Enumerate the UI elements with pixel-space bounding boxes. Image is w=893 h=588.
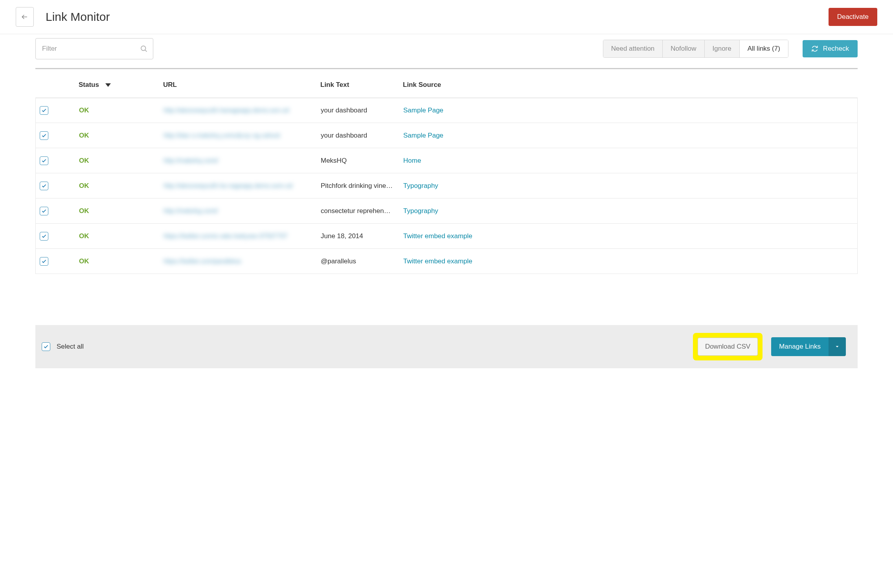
search-icon [140, 45, 148, 53]
link-source-cell[interactable]: Twitter embed example [403, 257, 853, 265]
th-link-text[interactable]: Link Text [320, 81, 403, 89]
tab-nofollow[interactable]: Nofollow [663, 40, 704, 57]
refresh-icon [811, 45, 818, 52]
filter-wrap [35, 38, 153, 59]
manage-links-dropdown[interactable] [829, 337, 846, 356]
url-cell[interactable]: http://aksnowqucdh.hanageapp.demo.son.od [164, 107, 321, 114]
status-cell: OK [79, 132, 164, 140]
recheck-button[interactable]: Recheck [803, 40, 858, 57]
status-cell: OK [79, 157, 164, 165]
download-csv-button[interactable]: Download CSV [698, 338, 758, 356]
table-row: OKhttp://aksnowqucdh.hanageapp.demo.son.… [35, 98, 858, 123]
row-checkbox[interactable] [40, 106, 48, 115]
check-icon [41, 259, 47, 264]
status-cell: OK [79, 257, 164, 265]
link-source-cell[interactable]: Sample Page [403, 107, 853, 114]
check-icon [41, 183, 47, 189]
link-text-cell: your dashboard [321, 107, 403, 114]
th-url[interactable]: URL [163, 81, 320, 89]
page-title: Link Monitor [46, 10, 110, 24]
link-text-cell: @parallelus [321, 257, 403, 265]
filter-input[interactable] [35, 38, 153, 59]
url-cell[interactable]: https://twitter.com/parallelus [164, 258, 321, 265]
url-cell[interactable]: http://mekshg.comi/ [164, 208, 321, 215]
sort-caret-down-icon [105, 83, 111, 87]
row-checkbox[interactable] [40, 182, 48, 190]
svg-point-0 [141, 46, 146, 51]
table-row: OKhttps://twitter.com/parallelus@paralle… [35, 249, 858, 274]
url-cell[interactable]: http://dao o.makshq.y.emc&coy og.cahoot [164, 132, 321, 139]
check-icon [43, 344, 49, 349]
footer-right: Download CSV Manage Links [693, 333, 846, 360]
page-header: Link Monitor Deactivate [0, 0, 893, 34]
check-icon [41, 108, 47, 113]
link-text-cell: June 18, 2014 [321, 232, 403, 240]
row-checkbox[interactable] [40, 257, 48, 266]
deactivate-button[interactable]: Deactivate [829, 8, 877, 26]
row-checkbox[interactable] [40, 131, 48, 140]
back-button[interactable] [16, 7, 34, 27]
manage-links-group: Manage Links [771, 337, 846, 356]
url-cell[interactable]: http://aksnowqucdh.ha nageapp.demo.som.o… [164, 182, 321, 189]
header-left: Link Monitor [16, 7, 110, 27]
link-source-cell[interactable]: Twitter embed example [403, 232, 853, 240]
table-row: OKhttp://makehq.comi/MeksHQHome [35, 148, 858, 173]
status-cell: OK [79, 107, 164, 114]
link-text-cell: MeksHQ [321, 157, 403, 165]
link-source-cell[interactable]: Typography [403, 207, 853, 215]
status-cell: OK [79, 182, 164, 190]
link-source-cell[interactable]: Typography [403, 182, 853, 190]
th-link-source[interactable]: Link Source [403, 81, 854, 89]
footer-bar: Select all Download CSV Manage Links [35, 325, 858, 368]
toolbar-right: Need attention Nofollow Ignore All links… [603, 40, 858, 58]
link-source-cell[interactable]: Home [403, 157, 853, 165]
recheck-label: Recheck [823, 45, 849, 53]
link-source-cell[interactable]: Sample Page [403, 132, 853, 140]
table-row: OKhttp://aksnowqucdh.ha nageapp.demo.som… [35, 173, 858, 198]
status-cell: OK [79, 232, 164, 240]
download-csv-highlight: Download CSV [693, 333, 763, 360]
arrow-left-icon [21, 13, 29, 21]
links-table: Status URL Link Text Link Source OKhttp:… [35, 68, 858, 274]
table-row: OKhttps://twitter.com/a vaks kwkyses 875… [35, 224, 858, 249]
row-checkbox[interactable] [40, 156, 48, 165]
row-checkbox[interactable] [40, 207, 48, 215]
row-checkbox[interactable] [40, 232, 48, 241]
th-status-label: Status [79, 81, 99, 89]
check-icon [41, 158, 47, 164]
select-all-checkbox[interactable] [42, 342, 50, 351]
link-text-cell: consectetur reprehen… [321, 207, 403, 215]
link-text-cell: your dashboard [321, 132, 403, 140]
table-head: Status URL Link Text Link Source [35, 68, 858, 98]
check-icon [41, 133, 47, 138]
url-cell[interactable]: https://twitter.com/a vaks kwkyses 87507… [164, 233, 321, 240]
filter-tabs: Need attention Nofollow Ignore All links… [603, 40, 788, 58]
toolbar: Need attention Nofollow Ignore All links… [35, 34, 858, 68]
url-cell[interactable]: http://makehq.comi/ [164, 157, 321, 164]
tab-ignore[interactable]: Ignore [705, 40, 740, 57]
tab-need-attention[interactable]: Need attention [603, 40, 663, 57]
table-row: OKhttp://dao o.makshq.y.emc&coy og.cahoo… [35, 123, 858, 148]
select-all-label: Select all [57, 343, 84, 351]
check-icon [41, 208, 47, 214]
content-area: Need attention Nofollow Ignore All links… [0, 34, 893, 368]
link-text-cell: Pitchfork drinking vine… [321, 182, 403, 190]
chevron-down-icon [834, 344, 840, 349]
table-body: OKhttp://aksnowqucdh.hanageapp.demo.son.… [35, 98, 858, 274]
status-cell: OK [79, 207, 164, 215]
check-icon [41, 233, 47, 239]
th-status[interactable]: Status [79, 81, 163, 89]
footer-left: Select all [42, 342, 84, 351]
tab-all-links[interactable]: All links (7) [740, 40, 788, 57]
manage-links-button[interactable]: Manage Links [771, 337, 829, 356]
table-row: OKhttp://mekshg.comi/consectetur reprehe… [35, 198, 858, 224]
